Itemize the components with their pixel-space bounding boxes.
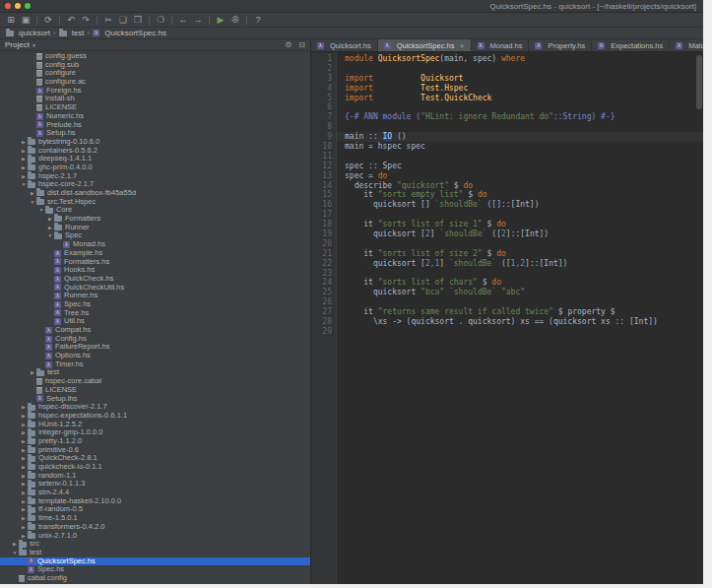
- minimize-window-button[interactable]: [15, 3, 21, 9]
- tree-item[interactable]: λHooks.hs: [0, 266, 310, 275]
- copy-icon[interactable]: ❏: [116, 14, 130, 27]
- chevron-collapsed-icon[interactable]: ▶: [20, 403, 28, 412]
- tree-item[interactable]: λQuickCheck.hs: [0, 275, 310, 284]
- editor-tab[interactable]: λQuicksortSpec.hs✕: [378, 39, 472, 51]
- chevron-expanded-icon[interactable]: ▼: [20, 180, 28, 189]
- help-icon[interactable]: ?: [251, 14, 265, 27]
- tree-item[interactable]: λQuickCheckUtil.hs: [0, 284, 310, 293]
- editor-tab[interactable]: λExpectations.hs: [592, 39, 670, 51]
- chevron-collapsed-icon[interactable]: ▶: [46, 215, 54, 224]
- code-line[interactable]: 22 quicksort [2,1] `shouldBe` ([1,2]::[I…: [311, 259, 703, 269]
- synchronize-icon[interactable]: ⟳: [41, 14, 55, 27]
- tree-item[interactable]: λConfig.hs: [0, 335, 310, 344]
- chevron-collapsed-icon[interactable]: ▶: [20, 505, 28, 514]
- chevron-down-icon[interactable]: ▼: [32, 42, 36, 48]
- close-window-button[interactable]: [5, 3, 11, 9]
- close-icon[interactable]: ✕: [459, 42, 464, 49]
- code-line[interactable]: 7{-# ANN module ("HLint: ignore Redundan…: [311, 112, 703, 122]
- tree-item[interactable]: λRunner.hs: [0, 292, 310, 300]
- breadcrumb-item[interactable]: λQuicksortSpec.hs: [93, 29, 166, 37]
- chevron-collapsed-icon[interactable]: ▶: [20, 155, 28, 163]
- tree-item[interactable]: λExample.hs: [0, 249, 310, 258]
- code-editor[interactable]: 1module QuicksortSpec(main, spec) where2…: [311, 52, 703, 584]
- tree-item[interactable]: λFailureReport.hs: [0, 343, 310, 352]
- code-line[interactable]: 11: [311, 152, 703, 162]
- code-line[interactable]: 1module QuicksortSpec(main, spec) where: [311, 54, 703, 64]
- tree-item[interactable]: λOptions.hs: [0, 352, 310, 360]
- open-project-icon[interactable]: ⊞: [4, 14, 18, 27]
- project-view-selector[interactable]: Project: [5, 40, 30, 49]
- breadcrumb-item[interactable]: test: [59, 29, 85, 37]
- find-icon[interactable]: ❍: [154, 14, 167, 27]
- chevron-collapsed-icon[interactable]: ▶: [11, 540, 19, 549]
- code-line[interactable]: 26: [311, 297, 703, 307]
- code-line[interactable]: 6: [311, 102, 703, 112]
- chevron-collapsed-icon[interactable]: ▶: [20, 437, 28, 446]
- chevron-collapsed-icon[interactable]: ▶: [20, 480, 28, 489]
- chevron-collapsed-icon[interactable]: ▶: [20, 147, 28, 156]
- paste-icon[interactable]: ❐: [131, 14, 145, 27]
- code-line[interactable]: 20: [311, 239, 703, 249]
- chevron-collapsed-icon[interactable]: ▶: [46, 224, 54, 232]
- breadcrumb-item[interactable]: quicksort: [6, 29, 50, 37]
- chevron-collapsed-icon[interactable]: ▶: [20, 428, 28, 437]
- chevron-collapsed-icon[interactable]: ▶: [20, 463, 28, 472]
- chevron-collapsed-icon[interactable]: ▶: [20, 138, 28, 147]
- tree-item[interactable]: λMonad.hs: [0, 240, 310, 249]
- zoom-window-button[interactable]: [25, 3, 31, 9]
- chevron-collapsed-icon[interactable]: ▶: [20, 446, 28, 455]
- code-line[interactable]: 14 describe "quicksort" $ do: [311, 181, 703, 191]
- chevron-collapsed-icon[interactable]: ▶: [20, 454, 28, 463]
- code-line[interactable]: 21 it "sorts list of size 2" $ do: [311, 249, 703, 259]
- tree-item[interactable]: ▼Spec: [0, 231, 310, 240]
- tree-item[interactable]: cabal.config: [0, 574, 310, 583]
- chevron-collapsed-icon[interactable]: ▶: [20, 523, 28, 532]
- chevron-collapsed-icon[interactable]: ▶: [20, 412, 28, 421]
- code-line[interactable]: 10main = hspec spec: [311, 142, 703, 152]
- chevron-collapsed-icon[interactable]: ▶: [29, 368, 36, 377]
- chevron-collapsed-icon[interactable]: ▶: [20, 497, 28, 506]
- chevron-collapsed-icon[interactable]: ▶: [20, 421, 28, 429]
- code-line[interactable]: 13spec = do: [311, 171, 703, 181]
- code-line[interactable]: 2: [311, 64, 703, 74]
- code-line[interactable]: 15 it "sorts empty list" $ do: [311, 190, 703, 200]
- chevron-collapsed-icon[interactable]: ▶: [29, 189, 36, 198]
- code-line[interactable]: 28 \xs -> (quicksort . quicksort) xs == …: [311, 317, 703, 327]
- code-line[interactable]: 8: [311, 122, 703, 132]
- run-icon[interactable]: ▶: [214, 14, 227, 27]
- tree-item[interactable]: ▶Formatters: [0, 215, 310, 224]
- code-line[interactable]: 23: [311, 269, 703, 279]
- save-all-icon[interactable]: ▣: [19, 14, 32, 27]
- chevron-collapsed-icon[interactable]: ▶: [20, 472, 28, 481]
- tree-item[interactable]: ▼Core: [0, 206, 310, 215]
- redo-icon[interactable]: ↷: [79, 14, 93, 27]
- editor-tab[interactable]: λMonad.hs: [472, 39, 530, 51]
- chevron-collapsed-icon[interactable]: ▶: [20, 172, 28, 181]
- debug-icon[interactable]: ✇: [228, 14, 242, 27]
- chevron-expanded-icon[interactable]: ▼: [46, 231, 54, 240]
- tree-item[interactable]: λUtil.hs: [0, 317, 310, 326]
- chevron-expanded-icon[interactable]: ▼: [37, 206, 45, 215]
- chevron-expanded-icon[interactable]: ▼: [11, 549, 19, 557]
- code-line[interactable]: 24 it "sorts list of chars" $ do: [311, 278, 703, 288]
- back-icon[interactable]: ←: [176, 14, 190, 27]
- editor-scrollbar[interactable]: [696, 55, 702, 109]
- tree-item[interactable]: λCompat.hs: [0, 326, 310, 335]
- code-line[interactable]: 17: [311, 210, 703, 220]
- editor-tab[interactable]: λProperty.hs: [529, 39, 592, 51]
- chevron-collapsed-icon[interactable]: ▶: [20, 489, 28, 497]
- tree-item[interactable]: ▶src: [0, 540, 310, 549]
- code-line[interactable]: 5import Test.QuickCheck: [311, 94, 703, 103]
- code-line[interactable]: 4import Test.Hspec: [311, 84, 703, 94]
- editor-tab[interactable]: λQuicksort.hs: [311, 39, 378, 51]
- collapse-all-icon[interactable]: ⊟: [298, 40, 305, 49]
- undo-icon[interactable]: ↶: [64, 14, 78, 27]
- settings-icon[interactable]: ⚙: [285, 40, 291, 49]
- code-line[interactable]: 27 it "returns same result if called twi…: [311, 307, 703, 317]
- forward-icon[interactable]: →: [191, 14, 205, 27]
- code-line[interactable]: 9main :: IO (): [311, 132, 703, 142]
- code-line[interactable]: 25 quicksort "bca" `shouldBe` "abc": [311, 288, 703, 297]
- chevron-collapsed-icon[interactable]: ▶: [20, 514, 28, 523]
- cut-icon[interactable]: ✂: [101, 14, 115, 27]
- code-line[interactable]: 19 quicksort [2] `shouldBe` ([2]::[Int]): [311, 229, 703, 239]
